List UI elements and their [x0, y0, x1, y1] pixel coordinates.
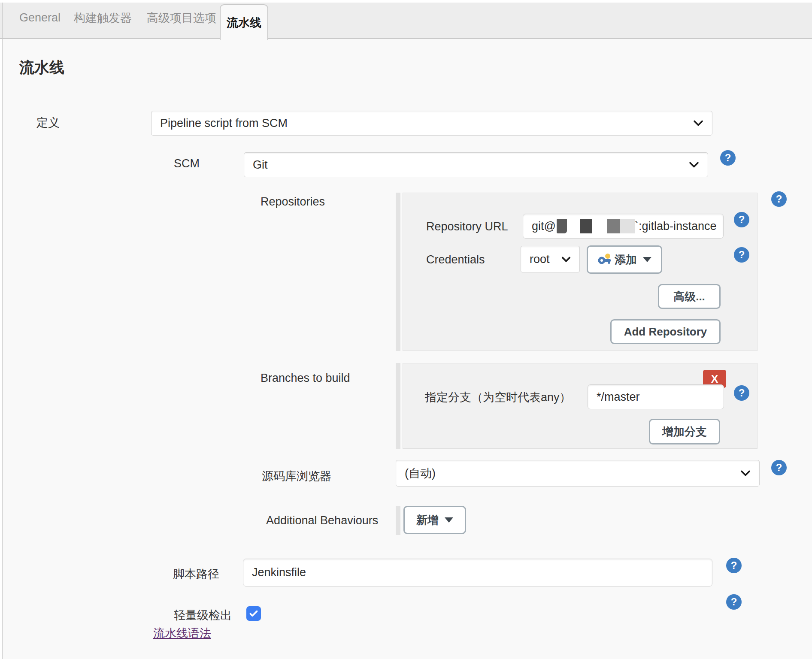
- definition-select[interactable]: Pipeline script from SCM: [151, 111, 712, 136]
- definition-select-value: Pipeline script from SCM: [160, 117, 288, 130]
- credentials-help-icon[interactable]: ?: [734, 247, 749, 263]
- repository-url-help-icon[interactable]: ?: [734, 212, 749, 227]
- redaction-block: [607, 219, 620, 233]
- script-path-help-icon[interactable]: ?: [726, 558, 742, 573]
- branches-section-label: Branches to build: [261, 372, 350, 385]
- repository-url-input[interactable]: git@ `:gitlab-instance: [523, 214, 724, 239]
- chevron-down-icon: [693, 120, 703, 127]
- repositories-section-label: Repositories: [261, 195, 325, 209]
- scm-help-icon[interactable]: ?: [720, 150, 736, 166]
- repository-url-suffix: `:gitlab-instance: [635, 220, 717, 233]
- repository-browser-select[interactable]: (自动): [396, 460, 760, 487]
- key-icon: [597, 252, 612, 267]
- add-credentials-button[interactable]: 添加: [587, 245, 662, 274]
- add-behaviour-button[interactable]: 新增: [403, 506, 466, 534]
- credentials-label: Credentials: [426, 253, 485, 266]
- credentials-select-value: root: [530, 253, 550, 266]
- lightweight-checkout-help-icon[interactable]: ?: [726, 594, 742, 610]
- add-credentials-label: 添加: [615, 252, 637, 267]
- scm-select[interactable]: Git: [244, 152, 708, 177]
- repository-browser-help-icon[interactable]: ?: [771, 460, 787, 475]
- lightweight-checkout-label: 轻量级检出: [174, 608, 232, 623]
- drag-handle[interactable]: [396, 193, 400, 351]
- tab-pipeline-label: 流水线: [227, 15, 261, 30]
- script-path-label: 脚本路径: [173, 566, 219, 582]
- checkmark-icon: [248, 608, 259, 619]
- page-title: 流水线: [19, 57, 64, 78]
- caret-down-icon: [643, 257, 651, 262]
- branch-specifier-input[interactable]: */master: [588, 384, 724, 409]
- credentials-select[interactable]: root: [521, 246, 580, 272]
- chevron-down-icon: [689, 161, 699, 168]
- page-left-border: [2, 3, 3, 659]
- branch-specifier-value: */master: [597, 390, 640, 404]
- pipeline-syntax-link[interactable]: 流水线语法: [153, 626, 211, 641]
- redaction-block: [557, 219, 567, 233]
- drag-handle[interactable]: [396, 363, 400, 449]
- repository-browser-label: 源码库浏览器: [262, 469, 331, 484]
- repository-url-label: Repository URL: [426, 220, 508, 233]
- tab-pipeline[interactable]: 流水线: [220, 4, 268, 40]
- scm-select-value: Git: [253, 158, 268, 172]
- advanced-button[interactable]: 高级...: [658, 284, 721, 309]
- redaction-block: [580, 219, 592, 233]
- caret-down-icon: [445, 517, 453, 523]
- definition-label: 定义: [36, 115, 60, 130]
- drag-handle[interactable]: [396, 506, 400, 535]
- branch-specifier-help-icon[interactable]: ?: [734, 385, 749, 401]
- repositories-help-icon[interactable]: ?: [771, 191, 787, 207]
- repository-browser-value: (自动): [405, 466, 436, 481]
- tab-build-triggers[interactable]: 构建触发器: [74, 0, 132, 36]
- chevron-down-icon: [740, 470, 751, 477]
- tab-general[interactable]: General: [19, 0, 61, 36]
- scm-label: SCM: [174, 157, 200, 170]
- section-separator: [7, 53, 799, 53]
- add-branch-button[interactable]: 增加分支: [649, 419, 720, 444]
- redaction-block: [620, 219, 635, 233]
- pipeline-config-page: General 构建触发器 高级项目选项 流水线 流水线 定义 Pipeline…: [0, 0, 812, 659]
- lightweight-checkbox[interactable]: [246, 606, 261, 621]
- branch-specifier-label: 指定分支（为空时代表any）: [425, 390, 571, 405]
- script-path-input[interactable]: Jenkinsfile: [243, 559, 712, 586]
- additional-behaviours-label: Additional Behaviours: [266, 514, 378, 527]
- repository-url-prefix: git@: [532, 220, 556, 233]
- add-repository-button[interactable]: Add Repository: [610, 319, 721, 344]
- add-behaviour-label: 新增: [416, 513, 439, 528]
- chevron-down-icon: [561, 256, 571, 263]
- tab-advanced-project-options[interactable]: 高级项目选项: [147, 0, 216, 36]
- script-path-value: Jenkinsfile: [252, 566, 306, 579]
